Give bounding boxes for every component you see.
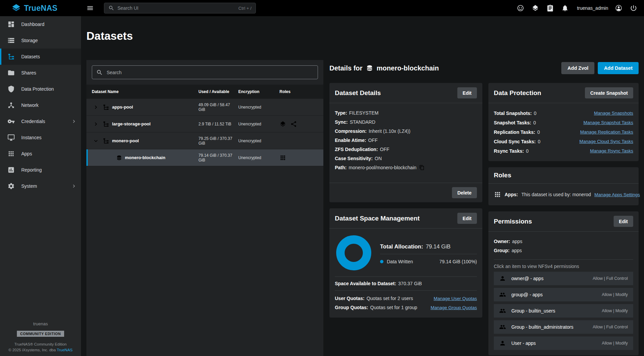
expand-toggle[interactable] (92, 104, 100, 111)
field-sync: Sync:STANDARD (335, 118, 477, 127)
network-icon (7, 101, 15, 109)
truenas-logo[interactable]: TrueNAS (0, 3, 84, 13)
manage-rsync-tasks-link[interactable]: Manage Rsync Tasks (590, 146, 633, 156)
sidebar-item-storage[interactable]: Storage (0, 32, 81, 49)
manage-group-quotas-link[interactable]: Manage Group Quotas (431, 303, 477, 312)
manage-cloud-sync-tasks-link[interactable]: Manage Cloud Sync Tasks (579, 137, 633, 146)
sidebar-item-data-protection[interactable]: Data Protection (0, 81, 81, 97)
key-icon (7, 118, 15, 125)
sidebar-item-datasets[interactable]: Datasets (0, 49, 81, 65)
sidebar-item-dashboard[interactable]: Dashboard (0, 16, 81, 32)
shares-folder-icon (7, 69, 15, 77)
dataset-search[interactable] (92, 65, 318, 79)
space-management-card: Dataset Space Management Edit Total Allo… (329, 208, 482, 318)
field-path: Path:monero-pool/monero-blockchain (335, 163, 477, 173)
apps-role-text: This dataset is used by: monerod (521, 192, 591, 197)
permission-item-builtin-administrators[interactable]: Group - builtin_administrators Allow | F… (494, 320, 633, 334)
search-icon (96, 69, 103, 76)
manage-snapshots-link[interactable]: Manage Snapshots (594, 109, 633, 118)
column-header-encryption: Encryption (238, 89, 279, 94)
used-available-value: 2.9 TiB / 11.52 TiB (198, 122, 238, 126)
permission-item-builtin-users[interactable]: Group - builtin_users Allow | Modify (494, 304, 633, 318)
permission-item-user-apps[interactable]: User - apps Allow | Modify (494, 336, 633, 350)
user-icon (499, 340, 506, 347)
sidebar-item-label: Dashboard (21, 22, 45, 27)
total-allocation: Total Allocation:79.14 GiB (380, 241, 477, 254)
logged-in-username[interactable]: truenas_admin (577, 5, 608, 11)
chevron-right-icon (92, 121, 99, 127)
manage-replication-tasks-link[interactable]: Manage Replication Tasks (580, 127, 633, 137)
chevron-right-icon (71, 183, 77, 189)
power-icon (630, 4, 637, 12)
dataset-search-input[interactable] (107, 70, 314, 75)
monitor-icon (7, 134, 15, 141)
permission-item-group-at[interactable]: group@ - apps Allow | Modify (494, 288, 633, 301)
sidebar-item-apps[interactable]: Apps (0, 146, 81, 162)
sidebar-item-system[interactable]: System (0, 178, 81, 194)
details-header: Details for monero-blockchain Add Zvol A… (329, 62, 639, 74)
dataset-tree-panel: Dataset Name Used / Available Encryption… (86, 60, 323, 356)
details-title-prefix: Details for (329, 64, 363, 72)
manage-apps-settings-link[interactable]: Manage Apps Settings (594, 192, 640, 197)
bar-chart-icon (7, 166, 15, 174)
column-header-dataset-name: Dataset Name (86, 89, 198, 94)
layers-icon (532, 4, 539, 12)
manage-user-quotas-link[interactable]: Manage User Quotas (434, 294, 477, 303)
copyright-text: © 2025 iXsystems, Inc. dba TrueNAS (0, 348, 81, 352)
pool-tree-icon (103, 138, 109, 144)
add-dataset-button[interactable]: Add Dataset (598, 62, 639, 74)
dataset-details-card: Dataset Details Edit Type:FILESYSTEM Syn… (329, 83, 482, 202)
copyright-brand-link[interactable]: TrueNAS (57, 348, 73, 352)
dataset-row-monero-blockchain[interactable]: monero-blockchain 79.14 GiB / 370.37 GiB… (86, 149, 323, 166)
global-search[interactable]: Ctrl + / (104, 3, 256, 13)
share-role-icon (290, 121, 297, 127)
edit-permissions-button[interactable]: Edit (614, 216, 633, 227)
delete-dataset-button[interactable]: Delete (452, 187, 477, 198)
account-menu-button[interactable] (612, 2, 625, 14)
alerts-button[interactable] (559, 2, 571, 14)
jobs-button[interactable] (529, 2, 542, 14)
rsync-tasks-row: Rsync Tasks:0 Manage Rsync Tasks (494, 146, 633, 156)
manage-snapshot-tasks-link[interactable]: Manage Snapshot Tasks (583, 118, 633, 127)
replication-tasks-row: Replication Tasks:0 Manage Replication T… (494, 127, 633, 137)
bell-icon (561, 4, 569, 12)
field-compression: Compression:Inherit (1.10x (LZ4)) (335, 127, 477, 136)
expand-toggle[interactable] (92, 121, 100, 127)
sidebar-item-label: Instances (21, 135, 42, 140)
sidebar-item-label: Shares (21, 70, 36, 76)
add-zvol-button[interactable]: Add Zvol (561, 62, 594, 74)
field-zfs-deduplication: ZFS Deduplication:OFF (335, 145, 477, 154)
sidebar-item-label: System (21, 183, 37, 189)
user-quotas-row: User Quotas:Quotas set for 2 users Manag… (335, 294, 477, 303)
power-menu-button[interactable] (627, 2, 640, 14)
group-icon (499, 307, 506, 314)
column-header-roles: Roles (279, 89, 323, 94)
card-title: Roles (494, 172, 511, 179)
chart-legend: Data Written 79.14 GiB (100%) (380, 254, 477, 264)
menu-toggle-button[interactable] (84, 2, 97, 14)
sidebar-item-reporting[interactable]: Reporting (0, 162, 81, 178)
sidebar-item-shares[interactable]: Shares (0, 65, 81, 81)
truenas-logo-icon (11, 3, 21, 13)
total-snapshots-row: Total Snapshots:0 Manage Snapshots (494, 109, 633, 118)
permission-item-owner[interactable]: owner@ - apps Allow | Full Control (494, 272, 633, 285)
dataset-row-monero-pool[interactable]: monero-pool 79.25 GiB / 370.37 GiB Unenc… (86, 132, 323, 149)
sidebar-item-label: Reporting (21, 167, 42, 173)
checklist-button[interactable] (544, 2, 557, 14)
create-snapshot-button[interactable]: Create Snapshot (585, 87, 633, 98)
copy-path-button[interactable] (419, 164, 425, 173)
encryption-value: Unencrypted (238, 139, 279, 143)
sidebar-item-network[interactable]: Network (0, 97, 81, 113)
dataset-details-section: Details for monero-blockchain Add Zvol A… (329, 60, 639, 355)
edit-space-management-button[interactable]: Edit (457, 213, 477, 224)
sidebar-item-label: Data Protection (21, 86, 54, 92)
used-available-value: 79.14 GiB / 370.37 GiB (198, 153, 238, 162)
collapse-toggle[interactable] (92, 138, 100, 144)
global-search-input[interactable] (117, 5, 235, 11)
dataset-row-large-storage-pool[interactable]: large-storage-pool 2.9 TiB / 11.52 TiB U… (86, 116, 323, 132)
sidebar-item-instances[interactable]: Instances (0, 129, 81, 146)
edit-dataset-details-button[interactable]: Edit (457, 87, 477, 98)
dataset-row-apps-pool[interactable]: apps-pool 49.09 GiB / 58.47 GiB Unencryp… (86, 99, 323, 116)
sidebar-item-credentials[interactable]: Credentials (0, 113, 81, 129)
feedback-button[interactable] (514, 2, 527, 14)
